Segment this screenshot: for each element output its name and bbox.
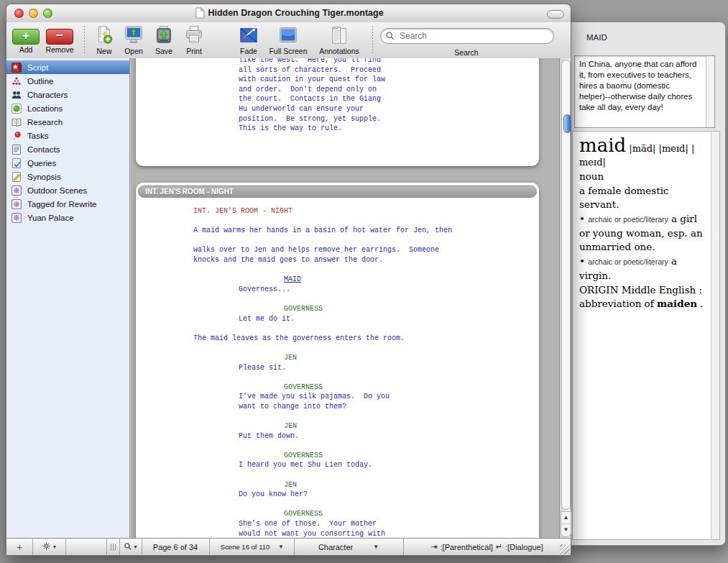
open-button-label: Open — [118, 47, 149, 55]
toolbar: + Add − Remove New Open Save Print Fade — [6, 22, 571, 59]
dictionary-text-register: archaic or poetic/literary — [588, 257, 668, 266]
script-line-character: GOVERNESS — [284, 383, 539, 393]
sidebar-item-label: Yuan Palace — [27, 214, 74, 222]
dictionary-text-serif: a female domestic servant. — [579, 185, 669, 210]
scene-header-banner[interactable]: INT. JEN'S ROOM - NIGHT — [138, 186, 537, 198]
dictionary-text-serif: noun — [579, 170, 604, 182]
scrollbar-thumb[interactable] — [563, 114, 571, 133]
sidebar-item-research[interactable]: Research — [6, 115, 129, 129]
minimize-button[interactable] — [29, 9, 38, 18]
zoom-button[interactable] — [43, 9, 52, 18]
smart-folder-icon — [11, 213, 22, 223]
scrollbar-track[interactable] — [561, 60, 571, 510]
script-line-action: knocks and the maid goes to answer the d… — [193, 255, 539, 265]
queries-icon — [11, 158, 22, 168]
synopsis-icon — [11, 172, 22, 182]
note-box[interactable]: In China, anyone that can afford it, fro… — [574, 55, 715, 128]
sidebar-item-queries[interactable]: Queries — [6, 156, 129, 170]
fade-button[interactable]: Fade — [233, 24, 264, 58]
print-button[interactable]: Print — [178, 24, 210, 58]
fullscreen-button[interactable]: Full Screen — [262, 24, 315, 58]
sidebar-item-tasks[interactable]: Tasks — [6, 129, 129, 142]
tab-key-icon: ⇥ — [430, 542, 437, 551]
sidebar-item-label: Tasks — [27, 132, 48, 140]
note-scrollbar[interactable] — [706, 56, 714, 127]
sidebar-item-label: Locations — [27, 104, 63, 113]
sidebar-item-tagged-for-rewrite[interactable]: Tagged for Rewrite — [6, 197, 129, 211]
fullscreen-icon — [262, 24, 315, 46]
sidebar-item-label: Script — [27, 63, 48, 72]
dictionary-line: • archaic or poetic/literary a girl or y… — [579, 212, 707, 254]
sidebar-item-synopsis[interactable]: Synopsis — [6, 170, 129, 183]
magnifier-icon — [124, 542, 132, 552]
element-selector-label: Character — [318, 543, 353, 551]
save-button[interactable]: Save — [149, 24, 178, 58]
script-line-dialogue: the court. Contacts in the Giang — [239, 94, 539, 104]
new-document-icon — [90, 24, 119, 46]
close-button[interactable] — [14, 9, 24, 18]
locations-icon — [11, 104, 22, 114]
script-page[interactable]: INT. JEN'S ROOM - NIGHT INT. JEN'S ROOM … — [136, 183, 539, 539]
add-button[interactable]: + Add — [10, 24, 42, 58]
script-editor[interactable]: like the West. Here, you'll findall sort… — [131, 58, 559, 539]
scene-selector[interactable]: Scene 16 of 110 ▼ — [209, 539, 295, 555]
sidebar-item-contacts[interactable]: Contacts — [6, 142, 129, 156]
page1-lines: like the West. Here, you'll findall sort… — [136, 58, 539, 134]
sidebar-item-yuan-palace[interactable]: Yuan Palace — [6, 211, 129, 224]
element-selector[interactable]: Character ▼ — [294, 539, 404, 555]
resize-grip[interactable] — [560, 544, 570, 554]
vertical-scrollbar[interactable]: ▲ ▼ — [559, 58, 571, 539]
sidebar-item-label: Synopsis — [27, 173, 61, 181]
tasks-icon — [11, 131, 22, 141]
shortcut-hints: ⇥:[Parenthetical] ↵:[Dialogue] — [403, 539, 571, 555]
page2-lines: INT. JEN'S ROOM - NIGHT A maid warms her… — [136, 206, 539, 539]
fullscreen-button-label: Full Screen — [262, 47, 315, 55]
script-line-blank — [136, 500, 539, 510]
action-menu-button[interactable]: ▾ — [32, 539, 66, 555]
script-line-dialogue: Please sit. — [239, 363, 539, 373]
remove-button[interactable]: − Remove — [41, 24, 78, 58]
sidebar-item-outline[interactable]: Outline — [6, 74, 129, 88]
script-line-dialogue: I heard you met Shu Lien today. — [239, 460, 539, 470]
chevron-down-icon: ▾ — [53, 544, 56, 550]
script-line-dialogue: Hu underworld can ensure your — [239, 104, 539, 114]
script-line-dialogue: like the West. Here, you'll find — [239, 58, 539, 65]
toolbar-separator — [84, 26, 85, 55]
script-line-character: GOVERNESS — [284, 304, 539, 314]
outline-icon — [11, 76, 22, 86]
open-icon — [118, 24, 149, 46]
sidebar-item-characters[interactable]: Characters — [6, 88, 129, 101]
note-text: In China, anyone that can afford it, fro… — [579, 59, 700, 113]
open-button[interactable]: Open — [118, 24, 149, 58]
scroll-up-arrow[interactable]: ▲ — [561, 512, 571, 524]
fade-button-label: Fade — [233, 47, 264, 55]
dictionary-line: ORIGIN Middle English : abbreviation of … — [579, 283, 707, 311]
search-field[interactable] — [380, 28, 554, 44]
script-page[interactable]: like the West. Here, you'll findall sort… — [136, 58, 539, 166]
new-button[interactable]: New — [90, 24, 119, 58]
titlebar[interactable]: Hidden Dragon Crouching Tiger.montage — [6, 4, 571, 23]
annotations-button[interactable]: Annotations — [310, 24, 368, 58]
sidebar-item-label: Contacts — [27, 145, 60, 154]
dropdown-arrow-icon: ▼ — [278, 544, 284, 550]
scroll-down-arrow[interactable]: ▼ — [561, 524, 571, 536]
sidebar-item-locations[interactable]: Locations — [6, 101, 129, 115]
main-window: Hidden Dragon Crouching Tiger.montage + … — [6, 4, 571, 556]
add-button-label: Add — [10, 45, 42, 54]
search-input[interactable] — [398, 29, 548, 42]
add-scene-button[interactable]: + — [6, 539, 33, 555]
sidebar-item-label: Research — [27, 118, 63, 127]
chevron-down-icon: ▾ — [134, 544, 137, 550]
sidebar-item-script[interactable]: Script — [6, 60, 129, 74]
dictionary-scrollbar[interactable] — [711, 132, 719, 539]
script-line-slug: INT. JEN'S ROOM - NIGHT — [193, 206, 539, 216]
toolbar-toggle-button[interactable] — [547, 10, 564, 19]
script-line-dialogue: She's one of those. Your mother — [239, 519, 539, 529]
zoom-menu-button[interactable]: ▾ — [119, 539, 142, 555]
dictionary-text-serif: • — [579, 213, 588, 224]
drag-handle-icon[interactable] — [106, 539, 120, 555]
new-button-label: New — [90, 47, 119, 55]
dictionary-text-serif: • — [579, 255, 588, 267]
smart-folder-icon — [11, 199, 22, 209]
sidebar-item-outdoor-scenes[interactable]: Outdoor Scenes — [6, 183, 129, 197]
